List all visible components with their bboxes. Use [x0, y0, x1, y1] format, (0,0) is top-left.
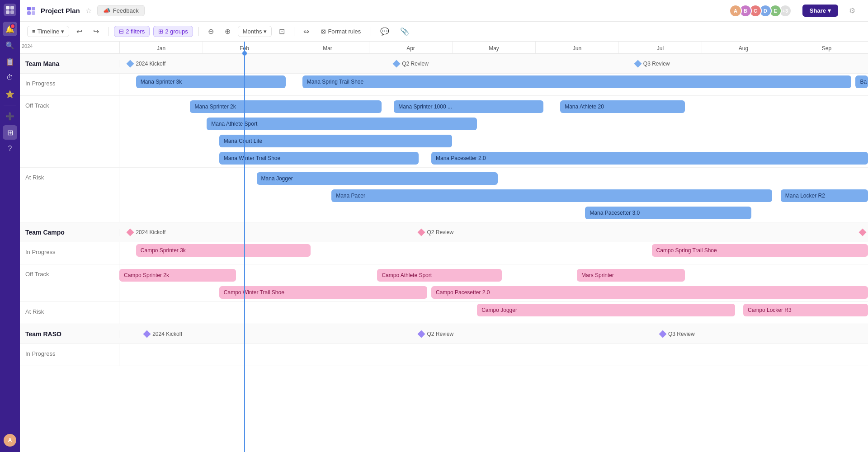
sidebar-item-timeline[interactable]: ⏱ [3, 71, 17, 85]
gantt-bar[interactable]: Mana Pacer [331, 189, 772, 202]
zoom-out-button[interactable]: ⊖ [204, 25, 217, 38]
sidebar-user-avatar[interactable]: A [4, 434, 16, 447]
undo-button[interactable]: ↩ [73, 25, 86, 38]
sidebar: 🔔 🔍 📋 ⏱ ⭐ ➕ ⊞ ? A [0, 0, 20, 452]
status-bars-container: Mana Sprinter 3kMana Spring Trail ShoeBa [119, 74, 868, 95]
milestone[interactable]: Q2 Review [419, 331, 453, 337]
gantt-bar[interactable]: Mana Winter Trail Shoe [219, 152, 419, 165]
bar-row: Mana PacerMana Locker R2 [119, 188, 868, 205]
gantt-bar[interactable]: Mars Sprinter [577, 269, 685, 282]
filters-button[interactable]: ⊟ 2 filters [114, 26, 150, 37]
status-label: At Risk [20, 168, 119, 222]
milestone-diamond-icon [859, 228, 866, 236]
redo-button[interactable]: ↪ [90, 25, 103, 38]
gantt-bar[interactable]: Mana Spring Trail Shoe [302, 75, 851, 88]
milestone-label: Q3 Review [643, 61, 670, 67]
month-apr: Apr [369, 42, 452, 53]
milestone[interactable]: Q3 Review [660, 331, 695, 337]
sidebar-logo[interactable] [4, 4, 16, 16]
current-month-indicator [242, 51, 247, 56]
month-mar: Mar [286, 42, 369, 53]
bar-row: Mana Jogger [119, 170, 868, 188]
bar-row: Mana Court Lite [119, 133, 868, 150]
gantt-bar[interactable]: Campo Winter Trail Shoe [219, 286, 427, 299]
groups-icon: ⊞ [158, 28, 163, 35]
milestone-label: 2024 Kickoff [136, 229, 165, 235]
sidebar-item-favorites[interactable]: ⭐ [3, 87, 17, 101]
status-row: Off TrackMana Sprinter 2kMana Sprinter 1… [20, 96, 868, 168]
timeline-months: Jan Feb Mar Apr May [119, 42, 868, 53]
gantt-bar[interactable]: Mana Pacesetter 2.0 [431, 152, 868, 165]
milestone[interactable]: 2024 Kickoff [127, 61, 165, 67]
sidebar-item-notifications[interactable]: 🔔 [3, 22, 17, 36]
settings-icon[interactable]: ⚙ [844, 6, 861, 15]
sidebar-item-add[interactable]: ➕ [3, 109, 17, 123]
sidebar-item-help[interactable]: ? [3, 141, 17, 156]
calendar-icon-button[interactable]: ⊡ [275, 25, 288, 38]
star-icon[interactable]: ☆ [85, 6, 92, 15]
timeline-inner: 2024 Jan Feb Mar [20, 42, 868, 366]
team-label: Team Campo [20, 229, 119, 236]
milestone[interactable]: 2024 Kickoff [144, 331, 182, 337]
toolbar-separator-4 [371, 27, 371, 36]
gantt-bar[interactable]: Campo Sprinter 2k [119, 269, 236, 282]
milestone-diamond-icon [418, 228, 425, 236]
timeline-body: Team Mana2024 KickoffQ2 ReviewQ3 ReviewI… [20, 54, 868, 366]
expand-button[interactable]: ⇔ [300, 25, 313, 38]
gantt-bar[interactable]: Campo Jogger [477, 304, 735, 316]
status-label: In Progress [20, 242, 119, 264]
gantt-bar[interactable]: Mana Pacesetter 3.0 [585, 207, 751, 219]
status-row: Off TrackCampo Sprinter 2kCampo Athlete … [20, 264, 868, 302]
share-button[interactable]: Share ▾ [802, 5, 838, 17]
team-milestone-row: 2024 KickoffQ2 ReviewQ3 Review [119, 324, 868, 344]
gantt-bar[interactable]: Mana Court Lite [219, 135, 452, 147]
milestone[interactable]: Q3 Review [860, 229, 868, 235]
gantt-bar[interactable]: Campo Locker R3 [743, 304, 868, 316]
gantt-bar[interactable]: Mana Sprinter 1000 ... [394, 100, 543, 113]
groups-button[interactable]: ⊞ 2 groups [153, 26, 193, 37]
timeline-view-button[interactable]: ≡ Timeline ▾ [27, 26, 69, 37]
gantt-bar[interactable]: Mana Jogger [257, 172, 498, 185]
gantt-bar[interactable]: Mana Locker R2 [781, 189, 868, 202]
month-feb: Feb [203, 42, 286, 53]
zoom-in-button[interactable]: ⊕ [221, 25, 234, 38]
feedback-button[interactable]: 📣 Feedback [97, 5, 145, 16]
gantt-bar[interactable]: Mana Sprinter 3k [136, 75, 286, 88]
svg-rect-5 [32, 7, 35, 10]
attachment-button[interactable]: 📎 [396, 25, 413, 38]
milestone[interactable]: 2024 Kickoff [127, 229, 165, 235]
gantt-bar[interactable]: Campo Pacesetter 2.0 [431, 286, 868, 299]
avatar-1[interactable]: A [729, 5, 742, 17]
milestone-diamond-icon [127, 60, 134, 67]
sidebar-item-grid[interactable]: ⊞ [3, 125, 17, 140]
status-bars-container: Campo Sprinter 2kCampo Athlete SportMars… [119, 264, 868, 301]
sidebar-item-search[interactable]: 🔍 [3, 38, 17, 52]
milestone-label: 2024 Kickoff [152, 331, 182, 337]
status-label: At Risk [20, 302, 119, 324]
gantt-bar[interactable]: Campo Spring Trail Shoe [652, 244, 868, 257]
gantt-bar[interactable]: Mana Sprinter 2k [190, 100, 381, 113]
status-row: In Progress [20, 344, 868, 366]
milestone-label: Q2 Review [427, 229, 453, 235]
months-button[interactable]: Months ▾ [238, 26, 272, 37]
status-label: Off Track [20, 96, 119, 167]
bar-row: Mana Pacesetter 3.0 [119, 205, 868, 222]
milestone[interactable]: Q2 Review [394, 61, 429, 67]
milestone-diamond-icon [127, 228, 134, 236]
milestone-label: 2024 Kickoff [136, 61, 165, 67]
gantt-bar[interactable]: Campo Sprinter 3k [136, 244, 311, 257]
gantt-bar[interactable]: Campo Athlete Sport [377, 269, 502, 282]
format-rules-button[interactable]: ⊠ Format rules [316, 26, 365, 37]
timeline-container[interactable]: 2024 Jan Feb Mar [20, 42, 868, 452]
gantt-bar[interactable]: Mana Athlete Sport [207, 118, 477, 130]
milestone[interactable]: Q3 Review [635, 61, 670, 67]
comment-button[interactable]: 💬 [377, 25, 393, 38]
timeline-year: 2024 [20, 42, 119, 49]
gantt-bar[interactable]: Ba [855, 75, 868, 88]
svg-rect-7 [32, 11, 35, 15]
milestone[interactable]: Q2 Review [419, 229, 453, 235]
main-content: Project Plan ☆ 📣 Feedback A B C D E +3 S… [20, 0, 868, 452]
sidebar-item-projects[interactable]: 📋 [3, 54, 17, 69]
status-label: Off Track [20, 264, 119, 301]
gantt-bar[interactable]: Mana Athlete 20 [560, 100, 685, 113]
